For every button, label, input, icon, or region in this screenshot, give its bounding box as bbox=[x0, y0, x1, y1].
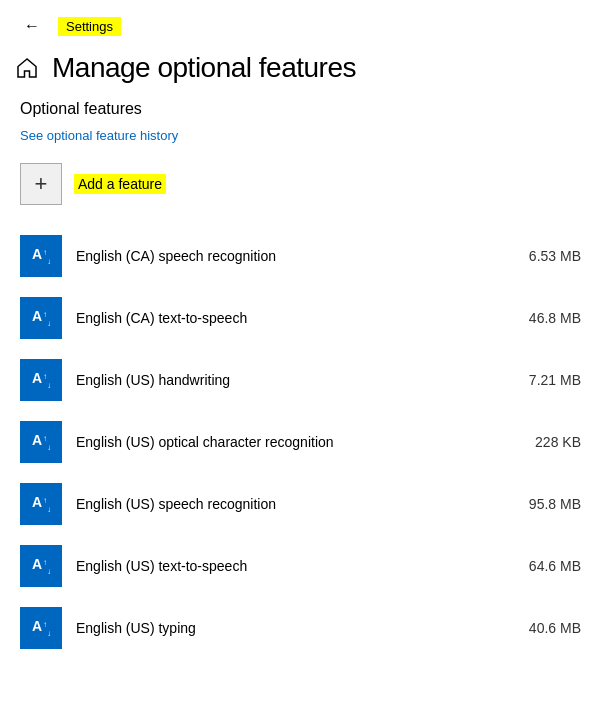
feature-icon: A ↑ ↓ bbox=[20, 359, 62, 401]
section-title: Optional features bbox=[0, 100, 601, 128]
svg-text:↑: ↑ bbox=[43, 496, 47, 505]
feature-icon: A ↑ ↓ bbox=[20, 607, 62, 649]
add-feature-button[interactable]: + bbox=[20, 163, 62, 205]
feature-name: English (CA) text-to-speech bbox=[76, 310, 497, 326]
svg-text:↑: ↑ bbox=[43, 558, 47, 567]
feature-icon: A ↑ ↓ bbox=[20, 421, 62, 463]
top-bar: ← Settings bbox=[0, 0, 601, 48]
feature-name: English (US) optical character recogniti… bbox=[76, 434, 497, 450]
feature-size: 64.6 MB bbox=[511, 558, 581, 574]
list-item[interactable]: A ↑ ↓ English (US) text-to-speech 64.6 M… bbox=[20, 535, 581, 597]
svg-text:↓: ↓ bbox=[47, 505, 51, 514]
feature-size: 7.21 MB bbox=[511, 372, 581, 388]
settings-badge: Settings bbox=[58, 17, 121, 36]
feature-size: 95.8 MB bbox=[511, 496, 581, 512]
list-item[interactable]: A ↑ ↓ English (US) optical character rec… bbox=[20, 411, 581, 473]
list-item[interactable]: A ↑ ↓ English (US) handwriting 7.21 MB bbox=[20, 349, 581, 411]
feature-icon: A ↑ ↓ bbox=[20, 545, 62, 587]
svg-text:↑: ↑ bbox=[43, 434, 47, 443]
list-item[interactable]: A ↑ ↓ English (US) speech recognition 95… bbox=[20, 473, 581, 535]
svg-text:↓: ↓ bbox=[47, 381, 51, 390]
svg-text:↓: ↓ bbox=[47, 629, 51, 638]
feature-name: English (CA) speech recognition bbox=[76, 248, 497, 264]
add-feature-row[interactable]: + Add a feature bbox=[0, 163, 601, 225]
feature-history-link[interactable]: See optional feature history bbox=[0, 128, 601, 163]
svg-text:↑: ↑ bbox=[43, 620, 47, 629]
feature-size: 40.6 MB bbox=[511, 620, 581, 636]
svg-text:↓: ↓ bbox=[47, 443, 51, 452]
page-title: Manage optional features bbox=[52, 52, 356, 84]
page-header: Manage optional features bbox=[0, 48, 601, 100]
feature-size: 46.8 MB bbox=[511, 310, 581, 326]
svg-text:↓: ↓ bbox=[47, 567, 51, 576]
feature-name: English (US) speech recognition bbox=[76, 496, 497, 512]
plus-icon: + bbox=[35, 171, 48, 197]
svg-text:↑: ↑ bbox=[43, 310, 47, 319]
home-icon bbox=[16, 57, 38, 79]
svg-text:↓: ↓ bbox=[47, 257, 51, 266]
add-feature-label: Add a feature bbox=[74, 174, 166, 194]
list-item[interactable]: A ↑ ↓ English (US) typing 40.6 MB bbox=[20, 597, 581, 659]
feature-name: English (US) typing bbox=[76, 620, 497, 636]
feature-name: English (US) handwriting bbox=[76, 372, 497, 388]
feature-name: English (US) text-to-speech bbox=[76, 558, 497, 574]
svg-text:A: A bbox=[32, 432, 42, 448]
svg-text:A: A bbox=[32, 494, 42, 510]
feature-icon: A ↑ ↓ bbox=[20, 235, 62, 277]
svg-text:↓: ↓ bbox=[47, 319, 51, 328]
back-button[interactable]: ← bbox=[16, 10, 48, 42]
svg-text:A: A bbox=[32, 556, 42, 572]
feature-icon: A ↑ ↓ bbox=[20, 483, 62, 525]
feature-list: A ↑ ↓ English (CA) speech recognition 6.… bbox=[0, 225, 601, 659]
feature-icon: A ↑ ↓ bbox=[20, 297, 62, 339]
feature-size: 6.53 MB bbox=[511, 248, 581, 264]
svg-text:A: A bbox=[32, 370, 42, 386]
svg-text:A: A bbox=[32, 618, 42, 634]
svg-text:↑: ↑ bbox=[43, 372, 47, 381]
feature-size: 228 KB bbox=[511, 434, 581, 450]
svg-text:↑: ↑ bbox=[43, 248, 47, 257]
svg-text:A: A bbox=[32, 308, 42, 324]
svg-text:A: A bbox=[32, 246, 42, 262]
list-item[interactable]: A ↑ ↓ English (CA) speech recognition 6.… bbox=[20, 225, 581, 287]
list-item[interactable]: A ↑ ↓ English (CA) text-to-speech 46.8 M… bbox=[20, 287, 581, 349]
